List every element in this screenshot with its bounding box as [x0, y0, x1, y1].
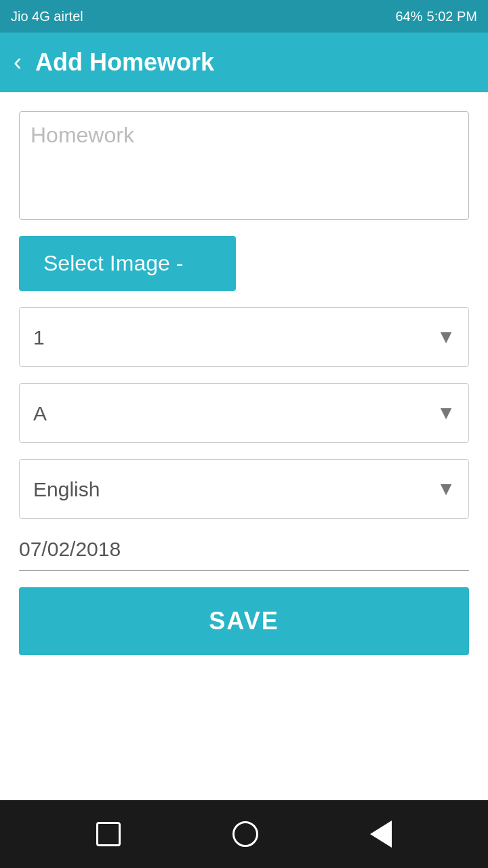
status-bar: Jio 4G airtel 64% 5:02 PM [0, 0, 488, 33]
class-dropdown-wrapper: 1 2 3 4 5 ▼ [19, 307, 469, 367]
back-nav-icon[interactable] [370, 821, 392, 848]
nav-bar [0, 800, 488, 868]
section-dropdown-wrapper: A B C D ▼ [19, 383, 469, 443]
home-icon[interactable] [232, 821, 258, 847]
save-button[interactable]: SAVE [19, 587, 469, 655]
class-dropdown[interactable]: 1 2 3 4 5 [19, 307, 469, 367]
date-input[interactable] [19, 535, 469, 564]
subject-dropdown-wrapper: English Mathematics Science Hindi ▼ [19, 459, 469, 519]
battery-text: 64% [395, 9, 422, 24]
date-wrapper [19, 535, 469, 571]
app-bar-title: Add Homework [35, 48, 214, 77]
app-bar: ‹ Add Homework [0, 33, 488, 92]
homework-input[interactable] [19, 111, 469, 220]
subject-dropdown[interactable]: English Mathematics Science Hindi [19, 459, 469, 519]
section-dropdown[interactable]: A B C D [19, 383, 469, 443]
status-left: Jio 4G airtel [11, 9, 83, 24]
main-content: Select Image - 1 2 3 4 5 ▼ A B C D ▼ Eng… [0, 92, 488, 800]
status-right: 64% 5:02 PM [395, 9, 477, 24]
select-image-button[interactable]: Select Image - [19, 236, 236, 291]
back-button[interactable]: ‹ [14, 48, 22, 77]
carrier-text: Jio 4G airtel [11, 9, 83, 24]
time-text: 5:02 PM [427, 9, 477, 24]
recent-apps-icon[interactable] [96, 822, 121, 846]
